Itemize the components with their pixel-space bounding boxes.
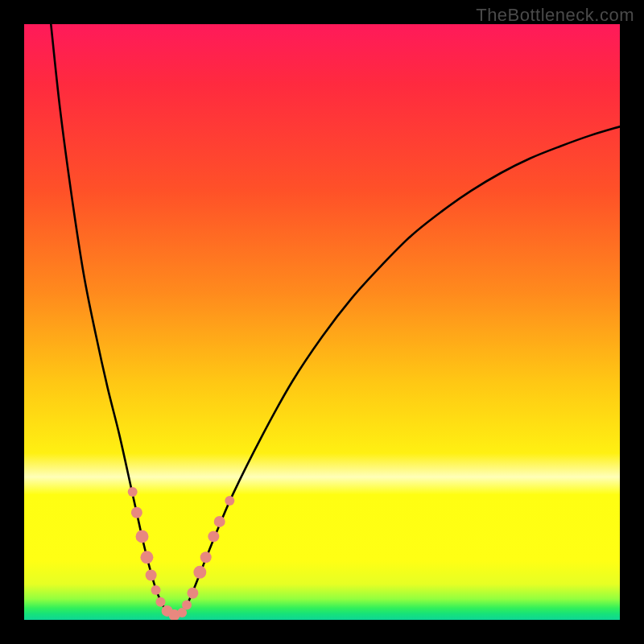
- plot-area: [24, 24, 620, 620]
- highlight-dot: [128, 487, 138, 497]
- highlight-dot: [146, 570, 157, 581]
- chart-frame: TheBottleneck.com: [0, 0, 644, 644]
- curve-right-branch: [173, 126, 620, 616]
- highlight-dot: [155, 597, 165, 607]
- highlight-dot: [200, 551, 212, 563]
- highlight-dot: [208, 530, 219, 542]
- highlight-dot: [193, 566, 206, 579]
- highlight-dot: [187, 588, 198, 599]
- curve-left-branch: [51, 24, 173, 617]
- highlight-dot: [225, 496, 234, 506]
- highlight-dot: [214, 516, 225, 527]
- watermark-text: TheBottleneck.com: [476, 5, 634, 26]
- highlight-dot: [131, 507, 142, 518]
- highlight-dot: [182, 601, 192, 610]
- highlight-dot: [136, 530, 149, 543]
- highlight-dot: [151, 585, 161, 595]
- highlight-dot: [140, 551, 153, 564]
- highlight-dots-group: [128, 487, 235, 620]
- chart-overlay-svg: [24, 24, 620, 620]
